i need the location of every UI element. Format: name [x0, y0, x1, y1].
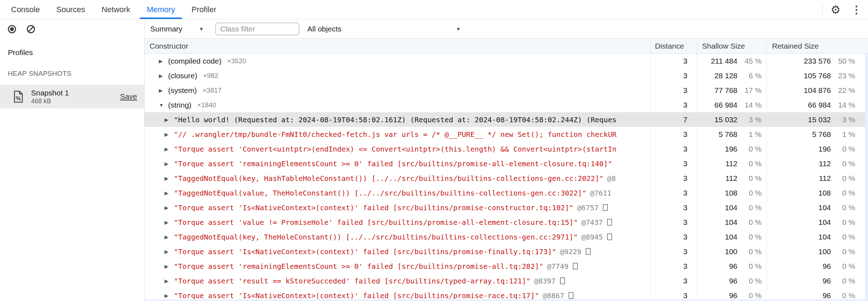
retained-size-cell: 15 0323 % [767, 112, 865, 127]
shallow-size-percent: 0 % [737, 277, 762, 285]
perspective-select[interactable]: Summary ▼ [150, 25, 204, 33]
save-snapshot-link[interactable]: Save [120, 92, 137, 101]
objects-scope-select[interactable]: All objects ▼ [307, 25, 461, 33]
caret-collapsed-icon[interactable]: ▶ [165, 249, 174, 255]
shallow-size-percent: 0 % [737, 159, 762, 168]
column-header-distance[interactable]: Distance [650, 39, 697, 53]
vertical-scrollbar[interactable] [865, 54, 868, 301]
tab-sources[interactable]: Sources [48, 0, 94, 19]
profile-actions [0, 20, 144, 38]
caret-collapsed-icon[interactable]: ▶ [165, 263, 174, 269]
constructor-cell: ▶(closure)×982 [145, 68, 650, 83]
instance-count: ×3817 [203, 87, 222, 94]
caret-collapsed-icon[interactable]: ▶ [165, 117, 174, 123]
heap-string-row[interactable]: ▶"TaggedNotEqual(value, TheHoleConstant(… [145, 186, 868, 200]
snapshot-texts: Snapshot 1 468 kB [31, 88, 69, 105]
caret-collapsed-icon[interactable]: ▶ [165, 234, 174, 240]
shallow-size-value: 196 [697, 145, 737, 153]
caret-collapsed-icon[interactable]: ▶ [165, 278, 174, 284]
tab-network[interactable]: Network [93, 0, 138, 19]
retained-size-cell: 1120 % [767, 171, 865, 186]
constructor-cell: ▶(system)×3817 [145, 83, 650, 98]
shallow-size-value: 96 [697, 291, 737, 300]
heap-string-row[interactable]: ▶"// .wrangler/tmp/bundle-FmNIt0/checked… [145, 127, 868, 142]
shallow-size-value: 96 [697, 262, 737, 271]
heap-string-row[interactable]: ▶"Torque assert 'Convert<uintptr>(endInd… [145, 142, 868, 156]
retained-size-value: 104 [767, 218, 831, 227]
column-header-retained-size[interactable]: Retained Size [767, 39, 865, 53]
retained-size-percent: 0 % [831, 291, 855, 300]
constructor-cell: ▶"Torque assert 'Is<NativeContext>(conte… [145, 244, 650, 259]
distance-cell: 3 [650, 83, 697, 98]
tab-console[interactable]: Console [3, 0, 48, 19]
string-value: "Torque assert 'value != PromiseHole' fa… [174, 218, 578, 227]
heap-string-row[interactable]: ▶"Hello world! (Requested at: 2024-08-19… [145, 112, 868, 127]
sidebar-item-snapshot-1[interactable]: % Snapshot 1 468 kB Save [0, 85, 144, 108]
heap-string-row[interactable]: ▶"Torque assert 'Is<NativeContext>(conte… [145, 244, 868, 259]
retained-size-percent: 1 % [831, 130, 855, 139]
caret-collapsed-icon[interactable]: ▶ [165, 132, 174, 137]
heap-category-row[interactable]: ▶(compiled code)×35203211 48445 %233 576… [145, 54, 868, 68]
heap-string-row[interactable]: ▶"TaggedNotEqual(key, TheHoleConstant())… [145, 230, 868, 244]
shallow-size-cell: 66 98414 % [697, 98, 767, 112]
retained-size-cell: 1960 % [767, 142, 865, 156]
caret-collapsed-icon[interactable]: ▶ [165, 176, 174, 181]
shallow-size-percent: 0 % [737, 203, 762, 212]
retained-size-value: 108 [767, 189, 831, 197]
retained-size-cell: 960 % [767, 273, 865, 288]
heap-string-row[interactable]: ▶"Torque assert 'value != PromiseHole' f… [145, 215, 868, 230]
caret-expanded-icon[interactable]: ▼ [159, 102, 168, 108]
missing-glyph-box [607, 233, 612, 240]
object-id: @9229 [560, 247, 581, 256]
caret-collapsed-icon[interactable]: ▶ [159, 88, 168, 93]
column-header-constructor[interactable]: Constructor [145, 39, 650, 53]
string-value: "TaggedNotEqual(value, TheHoleConstant()… [174, 189, 586, 197]
heap-string-row[interactable]: ▶"Torque assert 'remainingElementsCount … [145, 259, 868, 273]
more-kebab-icon[interactable]: ⋮ [848, 5, 864, 15]
distance-cell: 3 [650, 244, 697, 259]
heap-string-row[interactable]: ▶"Torque assert 'Is<NativeContext>(conte… [145, 200, 868, 215]
category-name: (system) [168, 86, 197, 95]
distance-cell: 7 [650, 112, 697, 127]
caret-collapsed-icon[interactable]: ▶ [159, 58, 168, 64]
string-value: "Torque assert 'Is<NativeContext>(contex… [174, 247, 556, 256]
caret-collapsed-icon[interactable]: ▶ [165, 190, 174, 196]
clear-profiles-icon[interactable] [27, 25, 35, 33]
heap-string-row[interactable]: ▶"TaggedNotEqual(key, HashTableHoleConst… [145, 171, 868, 186]
shallow-size-cell: 1040 % [697, 230, 767, 244]
heap-category-row[interactable]: ▶(system)×3817377 76817 %104 87622 % [145, 83, 868, 98]
category-name: (compiled code) [168, 57, 221, 65]
caret-collapsed-icon[interactable]: ▶ [165, 161, 174, 167]
retained-size-cell: 1000 % [767, 244, 865, 259]
caret-collapsed-icon[interactable]: ▶ [165, 293, 174, 298]
tabbar-right-controls: ⚙ ⋮ [822, 0, 864, 19]
profiles-title: Profiles [8, 48, 144, 57]
column-header-shallow-size[interactable]: Shallow Size [697, 39, 767, 53]
heap-category-row[interactable]: ▶(closure)×982328 1286 %105 76823 % [145, 68, 868, 83]
constructor-cell: ▶"TaggedNotEqual(key, HashTableHoleConst… [145, 171, 650, 186]
distance-cell: 3 [650, 156, 697, 171]
caret-collapsed-icon[interactable]: ▶ [165, 219, 174, 225]
chevron-down-icon: ▼ [456, 26, 461, 32]
caret-collapsed-icon[interactable]: ▶ [159, 73, 168, 79]
record-heap-snapshot-icon[interactable] [8, 25, 16, 33]
retained-size-cell: 104 87622 % [767, 83, 865, 98]
shallow-size-cell: 15 0323 % [697, 112, 767, 127]
horizontal-scrollbar[interactable] [145, 299, 865, 301]
settings-gear-icon[interactable]: ⚙ [829, 4, 842, 15]
distance-cell: 3 [650, 68, 697, 83]
shallow-size-cell: 1120 % [697, 156, 767, 171]
retained-size-cell: 105 76823 % [767, 68, 865, 83]
tab-profiler[interactable]: Profiler [183, 0, 225, 19]
tab-memory[interactable]: Memory [138, 0, 183, 19]
constructor-cell: ▶"// .wrangler/tmp/bundle-FmNIt0/checked… [145, 127, 650, 142]
class-filter-input[interactable] [215, 23, 299, 35]
constructor-cell: ▶"Torque assert 'result == kStoreSuccede… [145, 273, 650, 288]
caret-collapsed-icon[interactable]: ▶ [165, 146, 174, 152]
constructor-cell: ▼(string)×1840 [145, 98, 650, 112]
shallow-size-value: 28 128 [697, 71, 737, 80]
caret-collapsed-icon[interactable]: ▶ [165, 205, 174, 211]
heap-string-row[interactable]: ▶"Torque assert 'result == kStoreSuccede… [145, 273, 868, 288]
heap-string-row[interactable]: ▶"Torque assert 'remainingElementsCount … [145, 156, 868, 171]
heap-category-row[interactable]: ▼(string)×1840366 98414 %66 98414 % [145, 98, 868, 112]
